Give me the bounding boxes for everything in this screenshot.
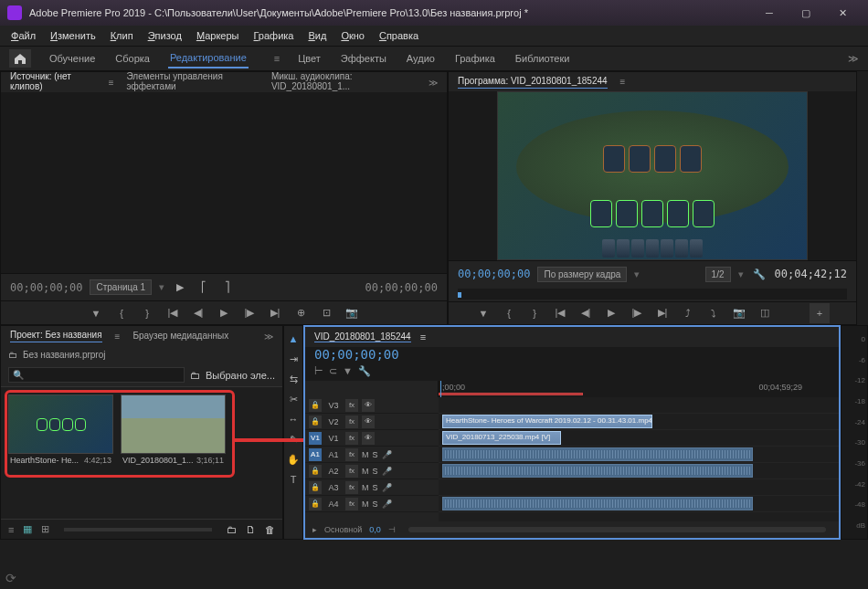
ws-libraries[interactable]: Библиотеки — [513, 49, 572, 68]
timeline-playhead-tc[interactable]: 00;00;00;00 — [314, 347, 399, 362]
menu-view[interactable]: Вид — [302, 28, 332, 43]
prg-extract[interactable]: ⤵ — [705, 305, 722, 321]
proj-overflow-icon[interactable]: ≫ — [264, 331, 273, 342]
ws-learning[interactable]: Обучение — [48, 49, 97, 68]
src-goto-in[interactable]: |◀ — [164, 305, 181, 321]
menu-file[interactable]: Файл — [5, 28, 41, 43]
settings-icon[interactable]: 🔧 — [751, 266, 767, 282]
src-insert[interactable]: ⊕ — [292, 305, 309, 321]
timeline-menu-icon[interactable]: ≡ — [420, 331, 426, 342]
close-button[interactable]: ✕ — [824, 3, 861, 23]
menu-graphics[interactable]: Графика — [249, 28, 300, 43]
prg-goto-out[interactable]: ▶| — [654, 305, 671, 321]
linked-sel-icon[interactable]: ⊂ — [329, 365, 337, 377]
source-tab-menu-icon[interactable]: ≡ — [109, 78, 114, 88]
clip-thumb[interactable]: VID_20180801_1...3;16;11 — [121, 394, 226, 511]
program-ruler[interactable] — [458, 289, 847, 300]
snap-icon[interactable]: ⊢ — [314, 365, 323, 377]
src-export-frame[interactable]: 📷 — [344, 305, 360, 321]
src-step-fwd[interactable]: |▶ — [241, 305, 258, 321]
prg-lift[interactable]: ⤴ — [680, 305, 696, 321]
slip-tool[interactable]: ↔ — [286, 412, 301, 426]
timeline-content[interactable]: HearthStone- Heroes of Warcraft 2019.02.… — [439, 397, 839, 521]
track-header-a2[interactable]: 🔒A2fxMS🎤 — [305, 463, 439, 479]
prg-compare[interactable]: ◫ — [757, 305, 773, 321]
sequence-tab[interactable]: VID_20180801_185244 — [314, 331, 411, 342]
program-viewer[interactable] — [449, 91, 856, 260]
audio-mixer-tab[interactable]: Микш. аудиоклипа: VID_20180801_1... — [271, 71, 416, 93]
maximize-button[interactable]: ▢ — [788, 3, 824, 23]
src-overwrite[interactable]: ⊡ — [318, 305, 334, 321]
menu-edit[interactable]: Изменить — [45, 28, 101, 43]
selection-tool[interactable]: ▲ — [286, 331, 301, 346]
new-bin-icon[interactable]: 🗀 — [227, 524, 237, 535]
prg-button-editor[interactable]: + — [810, 303, 830, 323]
ws-effects[interactable]: Эффекты — [339, 49, 388, 68]
list-view-icon[interactable]: ≡ — [8, 524, 14, 535]
src-step-back[interactable]: ◀| — [190, 305, 206, 321]
source-page-select[interactable]: Страница 1 — [90, 279, 152, 295]
new-item-icon[interactable]: 🗋 — [246, 524, 256, 535]
razor-tool[interactable]: ✂ — [286, 392, 301, 406]
src-out-icon[interactable]: } — [139, 305, 155, 321]
clip-thumb[interactable]: HearthStone- He...4:42;13 — [8, 394, 113, 511]
program-tab-menu-icon[interactable]: ≡ — [620, 77, 626, 87]
track-header-v1[interactable]: V1V1fx👁 — [305, 430, 439, 447]
source-tab[interactable]: Источник: (нет клипов) — [10, 71, 96, 94]
minimize-button[interactable]: ─ — [751, 3, 788, 23]
ws-assembly[interactable]: Сборка — [113, 49, 152, 68]
timeline-zoom-scrollbar[interactable] — [408, 527, 826, 532]
project-tab[interactable]: Проект: Без названия — [10, 330, 102, 342]
ws-audio[interactable]: Аудио — [405, 49, 437, 68]
icon-view-icon[interactable]: ▦ — [23, 523, 32, 535]
prg-export-frame[interactable]: 📷 — [731, 305, 747, 321]
ripple-tool[interactable]: ⇆ — [286, 372, 301, 386]
zoom-slider[interactable] — [64, 528, 212, 531]
ws-editing[interactable]: Редактирование — [168, 48, 249, 68]
marker-icon[interactable]: ▼ — [343, 365, 353, 377]
type-tool[interactable]: T — [286, 472, 301, 487]
prg-step-back[interactable]: ◀| — [577, 305, 594, 321]
program-tc-current[interactable]: 00;00;00;00 — [458, 268, 530, 280]
track-header-a3[interactable]: 🔒A3fxMS🎤 — [305, 479, 439, 496]
src-play-button[interactable]: ▶ — [172, 279, 188, 296]
ws-options-icon[interactable]: ≡ — [274, 53, 280, 64]
src-in-button[interactable]: ⎡ — [196, 279, 212, 296]
menu-markers[interactable]: Маркеры — [191, 28, 245, 43]
resize-handle-icon[interactable]: ⟳ — [5, 571, 16, 585]
project-bin[interactable]: HearthStone- He...4:42;13 VID_20180801_1… — [1, 387, 282, 519]
prg-marker[interactable]: ▼ — [475, 305, 492, 321]
settings-wrench-icon[interactable]: 🔧 — [358, 365, 371, 377]
menu-help[interactable]: Справка — [374, 28, 424, 43]
menu-window[interactable]: Окно — [335, 28, 370, 43]
program-fit-select[interactable]: По размеру кадра — [537, 267, 627, 282]
menu-clip[interactable]: Клип — [105, 28, 139, 43]
src-goto-out[interactable]: ▶| — [267, 305, 283, 321]
ws-color[interactable]: Цвет — [296, 49, 323, 68]
prg-goto-in[interactable]: |◀ — [552, 305, 568, 321]
track-header-v3[interactable]: 🔒V3fx👁 — [305, 397, 439, 414]
program-resolution-select[interactable]: 1/2 — [705, 267, 731, 282]
ws-overflow-icon[interactable]: ≫ — [848, 53, 859, 65]
timeline-clip[interactable]: VID_20180713_225038.mp4 [V] — [442, 431, 561, 445]
src-marker-button[interactable]: ▼ — [88, 305, 104, 321]
master-value[interactable]: 0,0 — [369, 525, 381, 534]
prg-in[interactable]: { — [501, 305, 517, 321]
ws-graphics[interactable]: Графика — [453, 49, 497, 68]
timeline-ruler[interactable]: ;00;00 00;04;59;29 — [439, 381, 839, 397]
timeline-audio-clip[interactable] — [442, 497, 753, 510]
src-play[interactable]: ▶ — [216, 305, 232, 321]
track-header-a4[interactable]: 🔒A4fxMS🎤 — [305, 496, 439, 512]
program-tab[interactable]: Программа: VID_20180801_185244 — [458, 76, 608, 89]
track-select-tool[interactable]: ⇥ — [286, 352, 301, 366]
freeform-view-icon[interactable]: ⊞ — [41, 523, 49, 535]
prg-step-fwd[interactable]: |▶ — [629, 305, 645, 321]
media-browser-tab[interactable]: Браузер медиаданных — [132, 331, 228, 342]
menu-sequence[interactable]: Эпизод — [143, 28, 187, 43]
source-tc-in[interactable]: 00;00;00;00 — [10, 281, 82, 294]
prg-play[interactable]: ▶ — [603, 305, 619, 321]
src-out-button[interactable]: ⎤ — [219, 279, 236, 296]
track-header-a1[interactable]: A1A1fxMS🎤 — [305, 447, 439, 463]
delete-icon[interactable]: 🗑 — [265, 524, 275, 535]
track-header-v2[interactable]: 🔒V2fx👁 — [305, 414, 439, 430]
